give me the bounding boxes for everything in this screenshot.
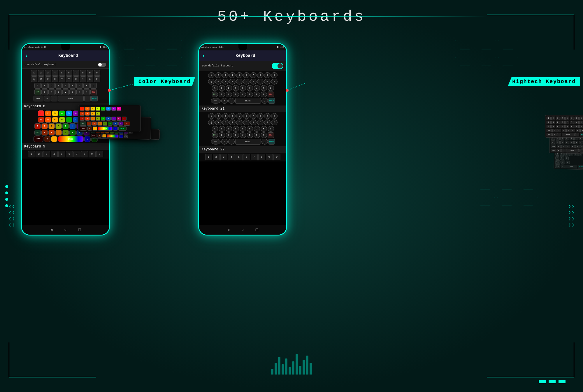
key-a[interactable]: A — [34, 83, 41, 89]
keyboard22-label: Keyboard 22 — [199, 146, 286, 153]
keyboard8-section: 1 2 3 4 5 6 7 8 9 0 Q W E R T Y U I O P … — [22, 69, 109, 103]
page-dot-2[interactable] — [549, 380, 556, 383]
key-r[interactable]: R — [52, 76, 58, 82]
toggle-row-left: Use default keyboard — [22, 61, 109, 69]
num-r-8: 8 — [258, 154, 265, 160]
enter-key-left[interactable]: ENTER — [91, 96, 98, 101]
key-n[interactable]: N — [76, 89, 83, 95]
toggle-switch-left[interactable] — [98, 63, 106, 67]
num-row-right: 1 2 3 4 5 6 7 8 9 0 — [200, 72, 285, 78]
corner-decoration-tr — [487, 15, 574, 50]
key-0[interactable]: 0 — [94, 70, 100, 76]
key-2[interactable]: 2 — [38, 70, 44, 76]
key-d[interactable]: D — [48, 83, 55, 89]
num-r-9: 9 — [266, 154, 273, 160]
key-z[interactable]: Z — [41, 89, 48, 95]
home-nav-left[interactable]: ○ — [64, 228, 66, 232]
num-prev-8: 8 — [81, 151, 88, 157]
num-prev-5: 5 — [58, 151, 65, 157]
num-r-1: 1 — [205, 154, 212, 160]
notch-left — [61, 44, 70, 50]
phone-header-left: ‹ Keyboard — [22, 50, 109, 61]
num-r-10: 0 — [273, 154, 280, 160]
keyboard9-label: Keyboard 9 — [22, 143, 109, 150]
key-u[interactable]: U — [73, 76, 79, 82]
num-r-3: 3 — [220, 154, 227, 160]
phone-left: Airplane mode 6:17 ▐▌ 100 ‹ Keyboard Use… — [21, 43, 110, 235]
key-c[interactable]: C — [55, 89, 62, 95]
eq-bars — [271, 351, 312, 375]
key-j[interactable]: J — [76, 83, 83, 89]
hightech-keyboard-label: Hightech Keyboard — [508, 77, 580, 86]
back-button-right[interactable]: ‹ — [202, 53, 205, 59]
num-preview-right: 1 2 3 4 5 6 7 8 9 0 — [199, 153, 286, 161]
key-m[interactable]: M — [83, 89, 90, 95]
key-x[interactable]: X — [48, 89, 55, 95]
key-i[interactable]: I — [80, 76, 86, 82]
zxcv-right: CAPS Z X C V B N M DEL — [200, 92, 285, 97]
key-6[interactable]: 6 — [66, 70, 72, 76]
key-e[interactable]: E — [45, 76, 51, 82]
key-5[interactable]: 5 — [59, 70, 65, 76]
key-7[interactable]: 7 — [73, 70, 79, 76]
bottom-right2: DONE # , SPACE . ENTER — [200, 139, 285, 145]
key-1[interactable]: 1 — [31, 70, 37, 76]
num-r-7: 7 — [251, 154, 258, 160]
num-row-left: 1 2 3 4 5 6 7 8 9 0 — [23, 70, 108, 76]
key-v[interactable]: V — [62, 89, 69, 95]
num-prev-2: 2 — [36, 151, 43, 157]
keyboard21-section: 1 2 3 4 5 6 7 8 9 0 Q W E R T Y U I O P … — [199, 71, 286, 106]
recent-nav-left[interactable]: □ — [78, 228, 81, 232]
num-preview-left: 1 2 3 4 5 6 7 8 9 0 — [22, 150, 109, 159]
home-nav-right[interactable]: ○ — [241, 228, 244, 232]
key-3[interactable]: 3 — [45, 70, 51, 76]
hash-key-left[interactable]: # — [44, 96, 50, 101]
toggle-row-right: Use default keyboard — [199, 61, 286, 71]
toggle-knob-left — [98, 63, 102, 66]
toggle-switch-right[interactable] — [272, 63, 283, 69]
num-r-4: 4 — [228, 154, 235, 160]
key-q[interactable]: Q — [31, 76, 37, 82]
key-k[interactable]: K — [83, 83, 90, 89]
zxcv-right2: CAPS Z X C V B N M DEL — [200, 132, 285, 138]
comma-key-left[interactable]: , — [51, 96, 57, 101]
zxcv-row-left: CAPS Z X C V B N M DEL — [23, 89, 108, 95]
dark-kb-1: 1234567890 QWERTYUIOP ASDFGHJKL CAPSZXCV… — [545, 115, 583, 138]
keyboard21-label: Keyboard 21 — [199, 106, 286, 112]
status-bar-left: Airplane mode 6:17 ▐▌ 100 — [22, 44, 109, 50]
key-p[interactable]: P — [94, 76, 100, 82]
key-f[interactable]: F — [55, 83, 62, 89]
period-key-left[interactable]: . — [84, 96, 91, 101]
back-button-left[interactable]: ‹ — [25, 53, 28, 59]
key-h[interactable]: H — [69, 83, 76, 89]
recent-nav-right[interactable]: □ — [256, 228, 258, 232]
page-dot-3[interactable] — [559, 380, 566, 383]
key-l[interactable]: L — [90, 83, 97, 89]
num-prev-7: 7 — [73, 151, 80, 157]
nav-bar-left: ◁ ○ □ — [22, 225, 109, 235]
space-key-left[interactable]: SPACE — [58, 96, 84, 101]
key-9[interactable]: 9 — [87, 70, 93, 76]
done-key-left[interactable]: DONE — [34, 96, 43, 101]
page-dot-1[interactable] — [539, 380, 546, 383]
header-title-left: Keyboard — [30, 53, 106, 58]
back-nav-right[interactable]: ◁ — [227, 227, 230, 232]
left-chevrons: ❮❮ ❮❮ ❮❮ ❮❮ — [9, 204, 15, 227]
key-b[interactable]: B — [69, 89, 76, 95]
hex-decoration-3 — [476, 189, 539, 206]
key-g[interactable]: G — [62, 83, 69, 89]
caps-key-left[interactable]: CAPS — [34, 89, 41, 95]
key-4[interactable]: 4 — [52, 70, 58, 76]
key-8[interactable]: 8 — [80, 70, 86, 76]
del-key-left[interactable]: DEL — [90, 89, 97, 95]
key-w[interactable]: W — [38, 76, 44, 82]
num-prev-6: 6 — [66, 151, 73, 157]
key-o[interactable]: O — [87, 76, 93, 82]
key-t[interactable]: T — [59, 76, 65, 82]
key-s[interactable]: S — [41, 83, 48, 89]
hex-decoration-1 — [120, 32, 183, 66]
status-left-text: Airplane mode 6:17 — [24, 46, 46, 48]
notch-right — [238, 44, 247, 50]
back-nav-left[interactable]: ◁ — [50, 227, 52, 232]
key-y[interactable]: Y — [66, 76, 72, 82]
